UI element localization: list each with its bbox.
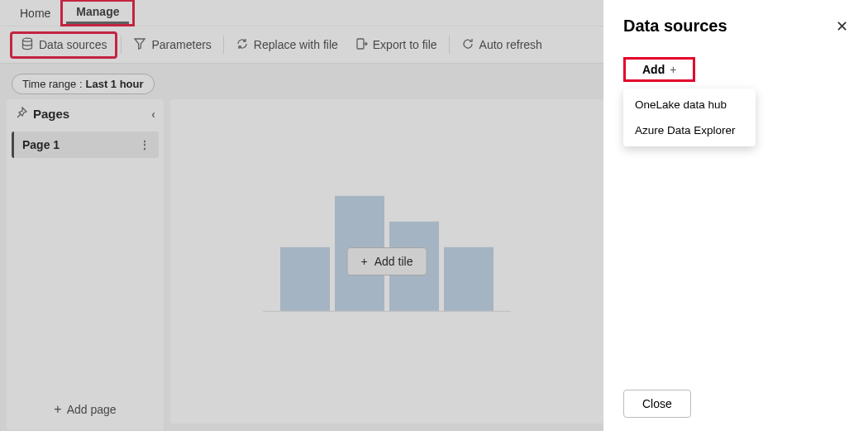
toolbar: Data sources Parameters Replace with fil… — [0, 26, 603, 64]
page-item-label: Page 1 — [22, 138, 60, 151]
add-page-button[interactable]: +Add page — [7, 390, 164, 430]
plus-icon: + — [361, 255, 368, 268]
bar — [444, 247, 494, 311]
database-icon — [21, 37, 34, 53]
data-sources-panel: Data sources ✕ Add + OneLake data hub Az… — [603, 0, 868, 431]
panel-title: Data sources — [623, 17, 727, 36]
dropdown-item-azure-data-explorer[interactable]: Azure Data Explorer — [623, 117, 756, 143]
chart-placeholder — [263, 180, 511, 312]
svg-point-0 — [23, 38, 32, 41]
pages-title: Pages — [33, 107, 69, 121]
data-sources-label: Data sources — [39, 38, 107, 51]
replace-label: Replace with file — [254, 38, 338, 51]
data-sources-button[interactable]: Data sources — [10, 31, 117, 59]
tab-manage[interactable]: Manage — [66, 2, 129, 24]
separator — [121, 36, 122, 54]
canvas: + Add tile — [170, 99, 603, 424]
add-tile-button[interactable]: + Add tile — [347, 247, 427, 275]
tile-area: + Add tile — [170, 99, 603, 424]
separator — [223, 36, 224, 54]
parameters-label: Parameters — [151, 38, 211, 51]
add-dropdown: OneLake data hub Azure Data Explorer — [623, 89, 756, 146]
export-label: Export to file — [373, 38, 437, 51]
parameters-button[interactable]: Parameters — [125, 34, 219, 56]
filter-icon — [133, 37, 146, 53]
auto-refresh-label: Auto refresh — [479, 38, 542, 51]
more-icon[interactable]: ⋮ — [139, 138, 150, 151]
dropdown-item-onelake[interactable]: OneLake data hub — [623, 92, 756, 117]
export-icon — [355, 37, 368, 53]
chevron-left-icon[interactable]: ‹ — [151, 108, 155, 121]
time-range-prefix: Time range : — [22, 78, 83, 90]
replace-with-file-button[interactable]: Replace with file — [227, 34, 346, 56]
add-tile-label: Add tile — [374, 255, 413, 268]
refresh-icon — [461, 37, 475, 53]
add-data-source-button[interactable]: Add + — [623, 57, 695, 82]
add-label: Add — [642, 63, 665, 76]
top-tabs: Home Manage — [0, 0, 603, 26]
time-range-value: Last 1 hour — [86, 78, 144, 90]
svg-rect-1 — [357, 39, 364, 49]
separator — [449, 36, 450, 54]
page-item[interactable]: Page 1 ⋮ — [12, 132, 159, 158]
bar — [280, 247, 330, 311]
time-range-pill[interactable]: Time range : Last 1 hour — [12, 74, 155, 94]
close-icon[interactable]: ✕ — [836, 17, 848, 36]
export-to-file-button[interactable]: Export to file — [346, 34, 446, 56]
close-button[interactable]: Close — [623, 390, 691, 418]
add-page-label: Add page — [67, 403, 117, 416]
plus-icon: + — [54, 402, 61, 416]
replace-icon — [236, 37, 249, 53]
plus-icon: + — [670, 63, 676, 76]
filter-bar: Time range : Last 1 hour — [0, 64, 603, 99]
tab-home[interactable]: Home — [10, 3, 60, 23]
auto-refresh-button[interactable]: Auto refresh — [453, 34, 551, 56]
pages-sidebar: Pages ‹ Page 1 ⋮ +Add page — [7, 99, 164, 430]
pin-icon — [15, 106, 28, 122]
